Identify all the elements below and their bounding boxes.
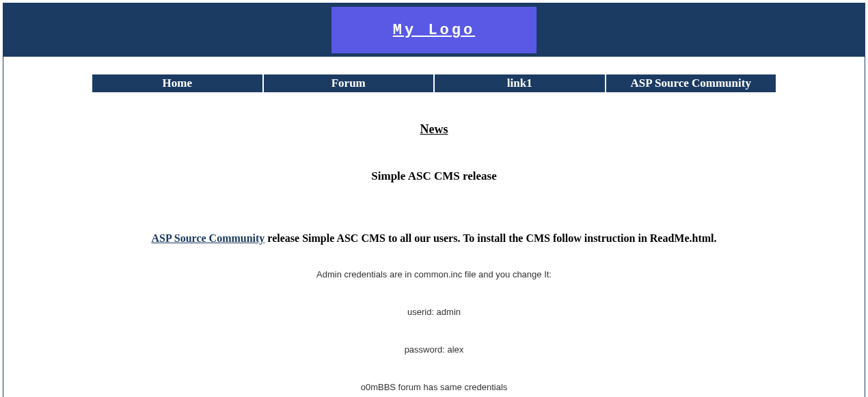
logo-text: My Logo	[393, 22, 475, 39]
header-banner: My Logo	[3, 3, 865, 57]
content-area: News Simple ASC CMS release ASP Source C…	[3, 92, 865, 397]
info-line-credentials-note: Admin credentials are in common.inc file…	[17, 269, 851, 279]
spacer	[3, 57, 865, 74]
nav-row: Home Forum link1 ASP Source Community	[3, 74, 865, 92]
info-line-userid: userid: admin	[17, 307, 851, 317]
logo-box[interactable]: My Logo	[331, 7, 537, 53]
info-line-password: password: alex	[17, 344, 851, 355]
release-asc-link[interactable]: ASP Source Community	[151, 232, 265, 244]
info-line-forum-note: o0mBBS forum has same credentials	[17, 382, 851, 392]
nav-item-home[interactable]: Home	[92, 74, 262, 92]
nav-item-forum[interactable]: Forum	[264, 74, 434, 92]
article-title: Simple ASC CMS release	[17, 169, 851, 183]
release-line: ASP Source Community release Simple ASC …	[17, 232, 851, 245]
nav-item-link1[interactable]: link1	[435, 74, 605, 92]
page-container: My Logo Home Forum link1 ASP Source Comm…	[3, 3, 865, 397]
release-text-after: release Simple ASC CMS to all our users.…	[265, 232, 716, 244]
section-title: News	[17, 122, 851, 137]
nav-item-asc[interactable]: ASP Source Community	[606, 74, 776, 92]
